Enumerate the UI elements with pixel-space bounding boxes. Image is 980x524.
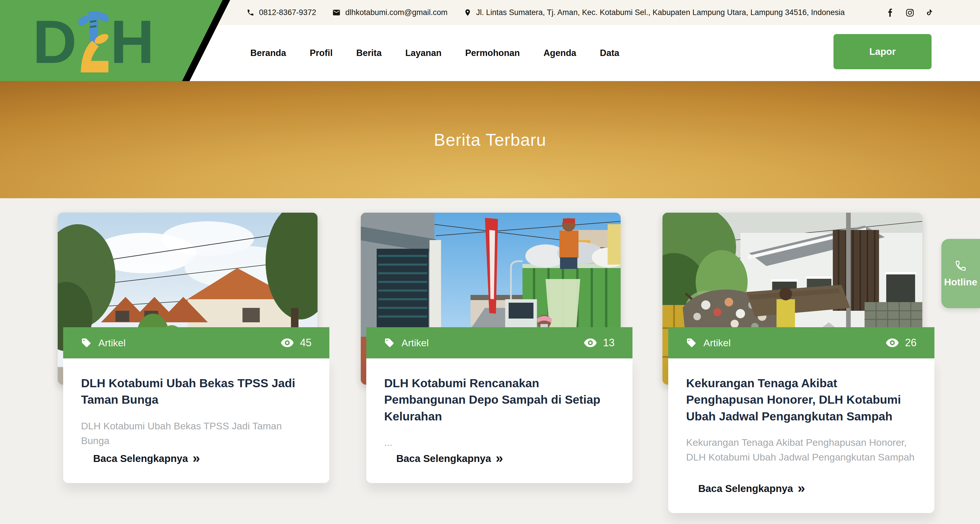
- topbar-address-text: Jl. Lintas Sumatera, Tj. Aman, Kec. Kota…: [476, 8, 845, 17]
- topbar-phone-text: 0812-8367-9372: [259, 8, 316, 17]
- nav-item-beranda[interactable]: Beranda: [250, 48, 286, 58]
- double-chevron-icon: »: [496, 451, 503, 465]
- news-meta-bar-2: Artikel 13: [366, 327, 632, 358]
- topbar-address: Jl. Lintas Sumatera, Tj. Aman, Kec. Kota…: [464, 8, 845, 17]
- news-title: DLH Kotabumi Rencanakan Pembangunan Depo…: [384, 375, 614, 425]
- page-title: Berita Terbaru: [434, 130, 546, 150]
- read-more-label: Baca Selengkapnya: [698, 483, 793, 494]
- tag-icon: [81, 338, 91, 348]
- tag-icon: [384, 338, 395, 348]
- nav-list: Beranda Profil Berita Layanan Permohonan…: [250, 48, 619, 58]
- category-badge[interactable]: Artikel: [81, 337, 126, 349]
- read-more-link[interactable]: Baca Selengkapnya »: [396, 452, 503, 465]
- nav-item-permohonan[interactable]: Permohonan: [465, 48, 520, 58]
- eye-icon: [281, 338, 294, 347]
- nav-item-layanan[interactable]: Layanan: [405, 48, 442, 58]
- news-description: ...: [384, 435, 614, 450]
- nav-item-berita[interactable]: Berita: [356, 48, 382, 58]
- logo-letter-h: H: [110, 11, 153, 72]
- lapor-button[interactable]: Lapor: [834, 34, 932, 69]
- read-more-label: Baca Selengkapnya: [396, 453, 491, 464]
- topbar-phone[interactable]: 0812-8367-9372: [247, 8, 316, 17]
- double-chevron-icon: »: [192, 451, 200, 465]
- news-description: Kekurangan Tenaga Akibat Penghapusan Hon…: [686, 435, 916, 465]
- tiktok-icon[interactable]: [926, 9, 934, 17]
- news-description: DLH Kotabumi Ubah Bekas TPSS Jadi Taman …: [81, 419, 312, 448]
- topbar-email-text: dlhkotabumi.com@gmail.com: [345, 8, 448, 17]
- double-chevron-icon: »: [798, 481, 805, 495]
- nav-item-data[interactable]: Data: [600, 48, 619, 58]
- category-badge[interactable]: Artikel: [686, 337, 730, 349]
- badge-label: Artikel: [401, 337, 429, 349]
- news-meta-bar-1: Artikel 45: [63, 327, 329, 358]
- hero-banner: Berita Terbaru: [0, 81, 980, 198]
- logo-letter-l-icon: [77, 11, 108, 72]
- read-more-link[interactable]: Baca Selengkapnya »: [93, 452, 200, 465]
- view-count: 26: [905, 337, 916, 349]
- view-counter: 13: [584, 337, 614, 349]
- category-badge[interactable]: Artikel: [384, 337, 429, 349]
- news-card-3: Kekurangan Tenaga Akibat Penghapusan Hon…: [668, 358, 934, 513]
- tag-icon: [686, 338, 697, 348]
- read-more-label: Baca Selengkapnya: [93, 453, 188, 464]
- eye-icon: [584, 338, 597, 347]
- phone-icon: [247, 9, 255, 16]
- eye-icon: [886, 338, 899, 347]
- social-links: [886, 8, 934, 17]
- news-title: DLH Kotabumi Ubah Bekas TPSS Jadi Taman …: [81, 375, 312, 408]
- topbar-email[interactable]: dlhkotabumi.com@gmail.com: [332, 8, 448, 17]
- news-card-1: DLH Kotabumi Ubah Bekas TPSS Jadi Taman …: [63, 358, 329, 483]
- nav-item-profil[interactable]: Profil: [310, 48, 332, 58]
- news-card-2: DLH Kotabumi Rencanakan Pembangunan Depo…: [366, 358, 632, 483]
- map-pin-icon: [464, 9, 471, 16]
- instagram-icon[interactable]: [905, 8, 914, 17]
- dlh-logo: D H: [33, 11, 153, 72]
- facebook-icon[interactable]: [886, 9, 894, 17]
- view-count: 13: [603, 337, 614, 349]
- badge-label: Artikel: [703, 337, 730, 349]
- logo-letter-d: D: [33, 11, 76, 72]
- view-counter: 45: [281, 337, 312, 349]
- nav-item-agenda[interactable]: Agenda: [543, 48, 576, 58]
- news-title: Kekurangan Tenaga Akibat Penghapusan Hon…: [686, 375, 916, 425]
- hotline-button[interactable]: Hotline: [941, 239, 980, 308]
- envelope-icon: [332, 8, 340, 17]
- phone-outline-icon: [955, 260, 967, 272]
- badge-label: Artikel: [99, 337, 126, 349]
- view-counter: 26: [886, 337, 916, 349]
- view-count: 45: [300, 337, 312, 349]
- read-more-link[interactable]: Baca Selengkapnya »: [698, 482, 805, 495]
- hotline-label: Hotline: [944, 276, 977, 288]
- news-meta-bar-3: Artikel 26: [668, 327, 934, 358]
